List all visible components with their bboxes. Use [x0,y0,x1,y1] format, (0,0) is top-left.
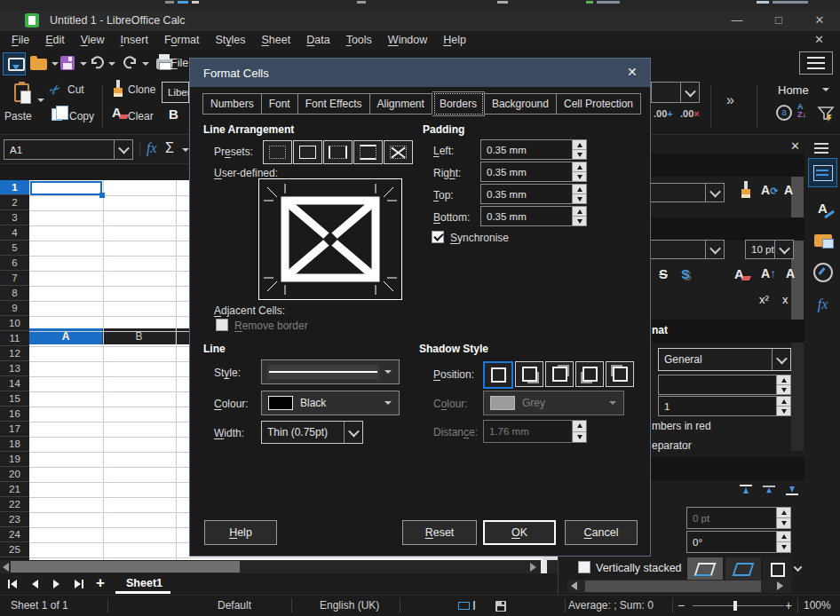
maximize-button[interactable]: □ [765,12,792,28]
clone-style-icon[interactable] [738,181,754,199]
notebookbar-file-tab[interactable]: File [170,57,189,69]
row-header-5[interactable]: 5 [0,241,29,256]
preset-diag-button[interactable] [384,140,413,164]
row-header-1[interactable]: 1 [0,180,29,195]
first-sheet-icon[interactable] [11,580,17,588]
row-header-15[interactable]: 15 [0,391,29,407]
fontsize-combobox-partial[interactable] [651,82,700,103]
sort-icon[interactable]: AZ↓ [797,103,806,119]
home-dropdown-arrow[interactable] [822,88,829,91]
align-top-icon[interactable] [740,485,752,495]
name-box-dropdown[interactable] [114,140,132,159]
dialog-titlebar[interactable]: Format Cells [190,59,650,87]
name-box[interactable]: A1 [4,139,133,160]
minimize-button[interactable]: — [724,12,750,28]
thousands-separator-label-tail[interactable]: eparator [652,439,692,452]
undo-icon[interactable] [89,55,105,71]
shadow-distance-spinner[interactable]: 1.76 mm [483,420,587,443]
row-header-4[interactable]: 4 [0,225,29,241]
text-direction-rtl-button[interactable] [725,557,761,581]
clear-label[interactable]: Clear [128,110,154,122]
next-sheet-icon[interactable] [53,580,59,588]
new-document-button[interactable] [3,52,26,75]
sidebar-vscrollbar[interactable] [791,158,804,451]
dialog-tab-font[interactable]: Font [262,93,298,115]
shadow-none-button[interactable] [483,361,513,389]
align-bottom-icon[interactable] [786,485,798,495]
row-header-11[interactable]: 11 [0,331,29,346]
menu-item-styles[interactable]: Styles [207,31,253,49]
row-header-25[interactable]: 25 [0,542,29,557]
notebookbar-home-tab[interactable]: Home [778,83,809,97]
sidebar-close-icon[interactable]: ✕ [790,139,800,153]
row-header-13[interactable]: 13 [0,361,29,376]
row-header-22[interactable]: 22 [0,497,29,512]
padding-bottom-spinner[interactable]: 0.35 mm [480,206,587,226]
row-header-17[interactable]: 17 [0,422,29,437]
font-name-combobox[interactable]: Libera [162,82,189,103]
previous-sheet-icon[interactable] [32,580,38,588]
sheet-tab-sheet1[interactable]: Sheet1 [126,577,162,589]
dialog-close-icon[interactable]: ✕ [627,65,638,79]
row-header-2[interactable]: 2 [0,195,29,210]
clear-formatting-icon[interactable]: A [112,105,122,120]
selected-cell-a1[interactable] [30,181,102,195]
zoom-level[interactable]: 100% [804,599,831,612]
leading-zeroes-spinner[interactable]: 1 [658,396,791,416]
sidebar-tab-functions[interactable]: fx [808,289,837,319]
save-status-icon[interactable] [495,601,506,612]
paste-label[interactable]: Paste [4,110,32,122]
vertically-stacked-label[interactable]: Vertically stacked [596,562,682,574]
menu-item-insert[interactable]: Insert [113,31,156,49]
synchronise-checkbox[interactable] [432,231,444,243]
dialog-tab-borders[interactable]: Borders [432,91,485,116]
help-button[interactable]: Help [204,520,277,545]
row-header-12[interactable]: 12 [0,346,29,361]
sum-icon[interactable]: Σ [165,140,174,156]
sidebar-tab-styles[interactable]: A [808,193,837,223]
negative-red-label-tail[interactable]: mbers in red [652,420,711,432]
padding-left-spinner[interactable]: 0.35 mm [480,139,587,160]
selection-handle[interactable] [99,193,105,198]
close-button[interactable]: ✕ [806,12,833,28]
shrink-font-icon[interactable]: A [786,266,795,280]
menu-item-window[interactable]: Window [380,31,435,49]
copy-label[interactable]: Copy [69,110,94,122]
row-header-23[interactable]: 23 [0,512,29,527]
find-replace-icon[interactable]: a [776,105,792,121]
preset-none-button[interactable] [263,140,292,164]
number-category-combobox[interactable]: General [658,348,791,371]
redo-dropdown-arrow[interactable] [142,62,149,66]
zoom-out-button[interactable]: − [678,598,685,612]
dialog-tab-numbers[interactable]: Numbers [202,93,262,115]
row-header-14[interactable]: 14 [0,376,29,391]
language-status[interactable]: English (UK) [320,599,379,612]
grow-font-icon[interactable]: A↑ [761,266,776,280]
zoom-in-button[interactable]: + [785,598,792,612]
zoom-slider-handle[interactable] [733,601,737,611]
formulabar-dropdown-arrow[interactable] [182,148,189,152]
sidebar-hscrollbar[interactable] [567,580,791,593]
menu-item-data[interactable]: Data [298,31,337,49]
copy-icon[interactable] [52,108,62,121]
hscroll-thumb[interactable] [11,561,240,573]
align-center-vertical-icon[interactable] [763,486,775,494]
row-header-21[interactable]: 21 [0,482,29,497]
delete-decimal-icon[interactable]: .00× [680,108,700,119]
redo-icon[interactable] [123,55,139,71]
menu-item-tools[interactable]: Tools [338,31,380,49]
row-header-18[interactable]: 18 [0,437,29,452]
row-header-7[interactable]: 7 [0,271,29,286]
line-width-combobox[interactable]: Thin (0.75pt) [261,421,363,444]
average-sum-status[interactable]: Average: ; Sum: 0 [568,599,654,612]
sidebar-font-size-combobox[interactable]: 10 pt [745,240,794,259]
open-file-icon[interactable] [30,59,47,70]
indent-spinner[interactable]: 0 pt [686,507,791,529]
cut-label[interactable]: Cut [67,83,84,96]
shadow-bottom-right-button[interactable] [515,361,543,387]
preset-lr-button[interactable] [323,140,353,164]
menu-item-sheet[interactable]: Sheet [254,31,299,49]
autofilter-icon[interactable] [817,105,835,122]
menu-item-file[interactable]: File [4,31,37,49]
padding-right-spinner[interactable]: 0.35 mm [480,162,587,182]
